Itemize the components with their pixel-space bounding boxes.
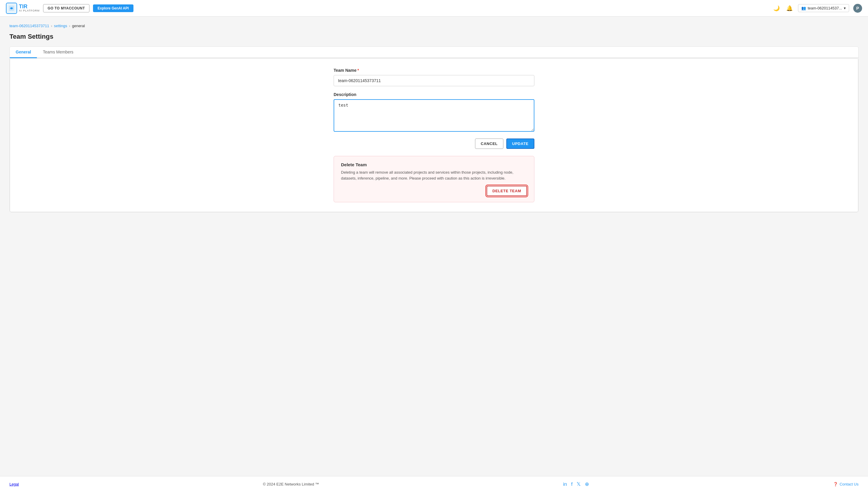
footer-copyright: © 2024 E2E Networks Limited ™: [263, 482, 319, 486]
page-title: Team Settings: [9, 33, 859, 41]
contact-us-label: Contact Us: [840, 482, 859, 486]
logo-icon: [6, 3, 17, 14]
team-selector[interactable]: 👥 team-0620114537... ▾: [798, 4, 849, 12]
main-content: team-06201145373711 › settings › general…: [0, 17, 868, 476]
breadcrumb: team-06201145373711 › settings › general: [9, 24, 859, 28]
header-left: TIR AI PLATFORM GO TO MYACCOUNT Explore …: [6, 3, 133, 14]
team-name-label: Team Name*: [334, 68, 534, 73]
notifications-button[interactable]: 🔔: [785, 4, 794, 13]
description-group: Description test: [334, 92, 534, 132]
linkedin-icon[interactable]: in: [563, 482, 567, 487]
form-actions: CANCEL UPDATE: [334, 139, 534, 149]
required-asterisk: *: [358, 68, 359, 73]
twitter-icon[interactable]: 𝕏: [577, 481, 581, 487]
footer-social: in f 𝕏 ⊕: [563, 481, 589, 487]
facebook-icon[interactable]: f: [571, 482, 572, 487]
update-button[interactable]: UPDATE: [506, 139, 534, 149]
breadcrumb-sep2: ›: [69, 24, 70, 28]
avatar-initial: P: [856, 6, 859, 10]
breadcrumb-current: general: [72, 24, 85, 28]
question-icon: ❓: [833, 482, 838, 486]
header: TIR AI PLATFORM GO TO MYACCOUNT Explore …: [0, 0, 868, 17]
delete-team-title: Delete Team: [341, 162, 527, 167]
team-name-group: Team Name*: [334, 68, 534, 86]
description-label: Description: [334, 92, 534, 97]
tabs: General Teams Members: [10, 47, 858, 58]
avatar[interactable]: P: [853, 4, 862, 13]
cancel-button[interactable]: CANCEL: [475, 139, 503, 149]
delete-team-actions: DELETE TEAM: [341, 186, 527, 196]
rss-icon[interactable]: ⊕: [585, 481, 589, 487]
team-selector-label: team-0620114537...: [808, 6, 842, 10]
breadcrumb-sep1: ›: [51, 24, 52, 28]
breadcrumb-settings[interactable]: settings: [54, 24, 67, 28]
form-section: Team Name* Description test CANCEL UPDAT…: [334, 68, 534, 202]
logo-text: TIR AI PLATFORM: [19, 4, 40, 13]
legal-link[interactable]: Legal: [9, 482, 19, 486]
explore-genai-button[interactable]: Explore GenAI API: [93, 4, 134, 12]
card-body: Team Name* Description test CANCEL UPDAT…: [10, 58, 858, 212]
footer-legal: Legal: [9, 482, 19, 486]
logo-tir: TIR: [19, 4, 40, 10]
contact-us-link[interactable]: ❓ Contact Us: [833, 482, 859, 486]
breadcrumb-team[interactable]: team-06201145373711: [9, 24, 49, 28]
delete-team-description: Deleting a team will remove all associat…: [341, 170, 527, 181]
delete-team-button[interactable]: DELETE TEAM: [487, 186, 527, 196]
team-selector-icon: 👥: [801, 6, 806, 10]
footer: Legal © 2024 E2E Networks Limited ™ in f…: [0, 476, 868, 492]
settings-card: General Teams Members Team Name* Descrip…: [9, 46, 859, 212]
logo: TIR AI PLATFORM: [6, 3, 40, 14]
go-to-myaccount-button[interactable]: GO TO MYACCOUNT: [43, 4, 89, 13]
tab-members[interactable]: Teams Members: [37, 47, 79, 58]
header-right: 🌙 🔔 👥 team-0620114537... ▾ P: [772, 4, 862, 13]
bell-icon: 🔔: [786, 5, 793, 11]
dark-mode-toggle[interactable]: 🌙: [772, 4, 781, 13]
delete-team-box: Delete Team Deleting a team will remove …: [334, 156, 534, 202]
tab-general[interactable]: General: [10, 47, 37, 58]
svg-point-1: [10, 7, 12, 9]
chevron-down-icon: ▾: [844, 6, 846, 10]
team-name-input[interactable]: [334, 75, 534, 86]
moon-icon: 🌙: [773, 5, 780, 11]
description-textarea[interactable]: test: [334, 99, 534, 132]
logo-sub: AI PLATFORM: [19, 9, 40, 13]
